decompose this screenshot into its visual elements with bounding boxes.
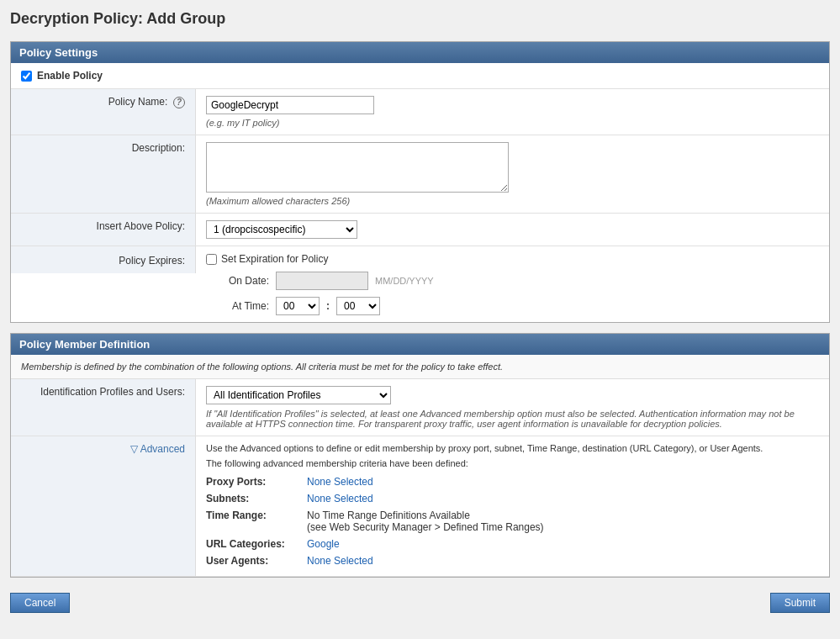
id-profiles-dropdown-row: All Identification Profiles — [206, 386, 819, 404]
table-row: Time Range: No Time Range Definitions Av… — [206, 507, 819, 536]
policy-expires-label: Policy Expires: — [119, 255, 185, 267]
insert-above-row: Insert Above Policy: 1 (dropciscospecifi… — [11, 214, 829, 246]
advanced-desc2: The following advanced membership criter… — [206, 458, 819, 468]
id-profiles-note: If "All Identification Profiles" is sele… — [206, 409, 819, 429]
advanced-section: ▽ Advanced Use the Advanced options to d… — [11, 436, 829, 577]
description-label: Description: — [132, 142, 185, 154]
enable-policy-label: Enable Policy — [37, 70, 103, 82]
insert-above-select[interactable]: 1 (dropciscospecific) — [206, 220, 357, 239]
hours-select[interactable]: 00 — [276, 297, 320, 315]
policy-member-section: Policy Member Definition Membership is d… — [10, 333, 830, 578]
set-expiration-row: Set Expiration for Policy — [206, 253, 434, 265]
url-categories-key: URL Categories: — [206, 536, 307, 552]
policy-name-hint: (e.g. my IT policy) — [206, 118, 819, 128]
table-row: URL Categories: Google — [206, 536, 819, 552]
policy-settings-header: Policy Settings — [11, 42, 829, 63]
minutes-select[interactable]: 00 — [336, 297, 380, 315]
table-row: Proxy Ports: None Selected — [206, 473, 819, 490]
date-format-hint: MM/DD/YYYY — [375, 276, 434, 286]
advanced-desc1: Use the Advanced options to define or ed… — [206, 443, 819, 453]
insert-above-label: Insert Above Policy: — [97, 220, 185, 232]
description-hint: (Maximum allowed characters 256) — [206, 196, 819, 206]
set-expiration-label: Set Expiration for Policy — [221, 253, 328, 265]
id-profiles-row: Identification Profiles and Users: All I… — [11, 379, 829, 436]
policy-name-label: Policy Name: — [108, 96, 168, 108]
id-profiles-label: Identification Profiles and Users: — [40, 386, 185, 398]
description-input[interactable] — [206, 142, 509, 193]
subnets-link[interactable]: None Selected — [307, 493, 373, 504]
set-expiration-checkbox[interactable] — [206, 254, 217, 265]
proxy-ports-key: Proxy Ports: — [206, 473, 307, 490]
user-agents-link[interactable]: None Selected — [307, 555, 373, 567]
proxy-ports-link[interactable]: None Selected — [307, 476, 373, 488]
submit-button[interactable]: Submit — [770, 593, 830, 613]
user-agents-key: User Agents: — [206, 552, 307, 569]
description-row: Description: (Maximum allowed characters… — [11, 135, 829, 214]
policy-name-input[interactable] — [206, 96, 374, 114]
page-title: Decryption Policy: Add Group — [10, 10, 830, 28]
enable-policy-checkbox[interactable] — [21, 71, 32, 82]
time-range-val: No Time Range Definitions Available (see… — [307, 507, 819, 536]
on-date-row: On Date: MM/DD/YYYY — [223, 272, 434, 290]
on-date-label: On Date: — [223, 275, 269, 287]
member-info-text: Membership is defined by the combination… — [11, 355, 829, 379]
cancel-button[interactable]: Cancel — [10, 593, 70, 613]
enable-policy-row: Enable Policy — [11, 63, 829, 89]
subnets-key: Subnets: — [206, 490, 307, 507]
policy-name-row: Policy Name: ? (e.g. my IT policy) — [11, 89, 829, 135]
footer-bar: Cancel Submit — [10, 588, 830, 618]
time-range-key: Time Range: — [206, 507, 307, 536]
policy-settings-section: Policy Settings Enable Policy Policy Nam… — [10, 41, 830, 323]
advanced-toggle[interactable]: ▽ Advanced — [130, 443, 185, 455]
policy-member-header: Policy Member Definition — [11, 334, 829, 355]
url-categories-link[interactable]: Google — [307, 538, 340, 550]
at-time-label: At Time: — [223, 300, 269, 312]
at-time-row: At Time: 00 : 00 — [223, 297, 434, 315]
date-input[interactable] — [276, 272, 368, 290]
criteria-table: Proxy Ports: None Selected Subnets: None… — [206, 473, 819, 569]
policy-expires-row: Policy Expires: Set Expiration for Polic… — [11, 246, 829, 322]
table-row: User Agents: None Selected — [206, 552, 819, 569]
table-row: Subnets: None Selected — [206, 490, 819, 507]
policy-name-help-icon[interactable]: ? — [173, 97, 185, 108]
id-profiles-select[interactable]: All Identification Profiles — [206, 386, 391, 404]
